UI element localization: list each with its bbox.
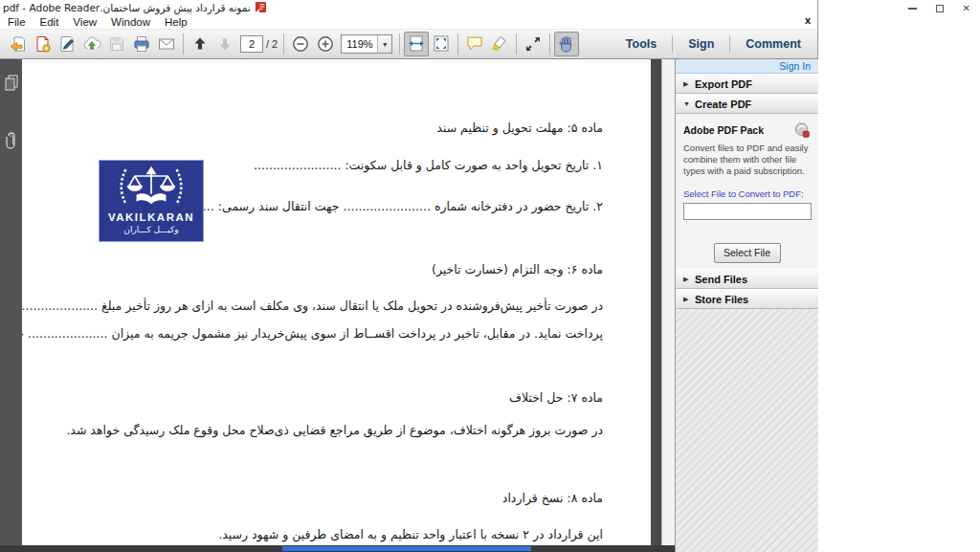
page-thumbnails-button[interactable] bbox=[0, 71, 22, 96]
menu-edit[interactable]: Edit bbox=[40, 16, 59, 28]
minimize-icon[interactable] bbox=[908, 8, 917, 10]
article6-line1: در صورت تأخیر پیش‌فروشنده در تحویل ملک ی… bbox=[22, 298, 603, 313]
horizontal-scrollbar[interactable] bbox=[0, 545, 675, 552]
fit-page-icon bbox=[431, 33, 452, 55]
pdf-page[interactable]: ماده ۵: مهلت تحویل و تنظیم سند ۱. تاریخ … bbox=[22, 59, 651, 545]
tools-button[interactable]: Tools bbox=[614, 37, 668, 51]
zoom-out-button[interactable] bbox=[288, 32, 313, 56]
fit-width-button[interactable] bbox=[404, 32, 429, 56]
speech-bubble-icon bbox=[464, 33, 485, 55]
zoom-level-value: 119% bbox=[346, 38, 372, 50]
article6-line2: پرداخت نماید. در مقابل، تاخیر در پرداخت … bbox=[22, 326, 603, 341]
open-file-icon bbox=[7, 33, 28, 55]
title-bar: نمونه قرارداد پیش فروش ساختمان.pdf - Ado… bbox=[0, 0, 817, 14]
maximize-icon[interactable] bbox=[936, 5, 944, 12]
create-pdf-icon bbox=[32, 33, 53, 55]
adobe-pdf-pack-title: Adobe PDF Pack bbox=[683, 124, 764, 136]
panel-empty-area bbox=[675, 309, 818, 552]
menu-window[interactable]: Window bbox=[111, 16, 150, 28]
highlighter-icon bbox=[489, 33, 510, 55]
toolbar: 2 / 2 119% ▼ bbox=[0, 29, 817, 59]
file-to-convert-input[interactable] bbox=[683, 203, 812, 220]
sign-in-link[interactable]: Sign In bbox=[779, 60, 811, 72]
navigation-pane bbox=[0, 59, 22, 545]
vertical-scrollbar[interactable] bbox=[661, 59, 675, 545]
viewport-edge bbox=[651, 59, 661, 545]
arrow-up-icon bbox=[189, 33, 211, 55]
chevron-right-icon: ▶ bbox=[683, 296, 695, 303]
minus-circle-icon bbox=[290, 33, 311, 55]
menu-bar: File Edit View Window Help x bbox=[0, 14, 817, 29]
article7-title: ماده ۷: حل اختلاف bbox=[509, 390, 603, 405]
attachments-button[interactable] bbox=[0, 128, 22, 153]
menu-view[interactable]: View bbox=[73, 16, 97, 28]
fill-sign-button[interactable] bbox=[55, 32, 79, 56]
adobe-reader-window: نمونه قرارداد پیش فروش ساختمان.pdf - Ado… bbox=[0, 0, 818, 552]
toolbar-separator bbox=[516, 33, 517, 55]
toolbar-separator bbox=[672, 35, 673, 53]
window-title: نمونه قرارداد پیش فروش ساختمان.pdf - Ado… bbox=[3, 2, 251, 13]
panel-lower-sections: ▶ Send Files ▶ Store Files bbox=[675, 269, 818, 309]
article8-title: ماده ۸: نسخ قرارداد bbox=[502, 491, 603, 505]
open-file-button[interactable] bbox=[5, 32, 30, 56]
fit-width-icon bbox=[406, 33, 427, 55]
menu-help[interactable]: Help bbox=[165, 16, 188, 28]
page-number-input[interactable]: 2 bbox=[240, 35, 263, 53]
logo-persian-text: وکیـــل کـــاران bbox=[123, 225, 178, 234]
fit-page-button[interactable] bbox=[429, 32, 454, 56]
select-file-button[interactable]: Select File bbox=[714, 243, 781, 263]
window-controls: ✕ bbox=[908, 3, 970, 14]
pen-document-icon bbox=[56, 33, 78, 55]
article6-title: ماده ۶: وجه التزام (خسارت تاخیر) bbox=[432, 262, 603, 276]
arrow-down-icon bbox=[214, 33, 235, 55]
next-page-button[interactable] bbox=[212, 32, 237, 56]
article5-title: ماده ۵: مهلت تحویل و تنظیم سند bbox=[436, 121, 603, 135]
sign-in-bar: Sign In bbox=[676, 59, 818, 74]
highlight-text-button[interactable] bbox=[487, 32, 512, 56]
toolbar-separator bbox=[729, 35, 730, 53]
send-files-section[interactable]: ▶ Send Files bbox=[676, 269, 818, 289]
save-button[interactable] bbox=[104, 32, 129, 56]
fullscreen-arrows-icon bbox=[523, 33, 544, 55]
chevron-right-icon: ▶ bbox=[683, 276, 695, 283]
save-floppy-icon bbox=[106, 33, 127, 55]
zoom-level-select[interactable]: 119% ▼ bbox=[341, 34, 392, 54]
send-files-label: Send Files bbox=[695, 274, 747, 285]
comment-button[interactable]: Comment bbox=[734, 37, 813, 51]
logo-latin-text: VAKILKARAN bbox=[108, 211, 194, 223]
fullscreen-button[interactable] bbox=[521, 32, 546, 56]
paperclip-icon bbox=[4, 130, 19, 151]
store-files-section[interactable]: ▶ Store Files bbox=[676, 289, 818, 309]
zoom-in-button[interactable] bbox=[313, 32, 338, 56]
page-thumbnails-icon bbox=[3, 74, 20, 93]
toolbar-separator bbox=[399, 33, 400, 55]
create-pdf-section[interactable]: ▼ Create PDF bbox=[676, 94, 818, 114]
chevron-down-icon[interactable]: ▼ bbox=[377, 35, 391, 53]
toolbar-separator bbox=[457, 33, 458, 55]
hand-tool-button[interactable] bbox=[554, 32, 579, 56]
toolbar-separator bbox=[283, 33, 284, 55]
create-pdf-button[interactable] bbox=[30, 32, 55, 56]
envelope-icon bbox=[156, 33, 177, 55]
create-pdf-body: Adobe PDF Pack Convert files to PDF and … bbox=[676, 114, 818, 263]
chevron-down-icon: ▼ bbox=[683, 100, 695, 107]
menu-file[interactable]: File bbox=[8, 16, 26, 28]
document-close-button[interactable]: x bbox=[805, 14, 811, 26]
previous-page-button[interactable] bbox=[188, 32, 212, 56]
horizontal-scrollbar-thumb[interactable] bbox=[282, 546, 531, 551]
pack-description: Convert files to PDF and easily combine … bbox=[683, 143, 811, 177]
toolbar-separator bbox=[549, 33, 550, 55]
close-icon[interactable]: ✕ bbox=[963, 4, 970, 13]
hand-tool-icon bbox=[556, 33, 577, 55]
chevron-right-icon: ▶ bbox=[683, 80, 695, 88]
print-button[interactable] bbox=[129, 32, 154, 56]
store-files-label: Store Files bbox=[695, 294, 748, 305]
cloud-upload-button[interactable] bbox=[79, 32, 104, 56]
sign-button[interactable]: Sign bbox=[677, 37, 725, 51]
printer-icon bbox=[131, 33, 152, 55]
email-button[interactable] bbox=[154, 32, 179, 56]
export-pdf-section[interactable]: ▶ Export PDF bbox=[676, 74, 818, 94]
background-window-area: ✕ bbox=[819, 0, 980, 552]
scales-of-justice-icon bbox=[107, 165, 195, 210]
add-comment-button[interactable] bbox=[462, 32, 487, 56]
